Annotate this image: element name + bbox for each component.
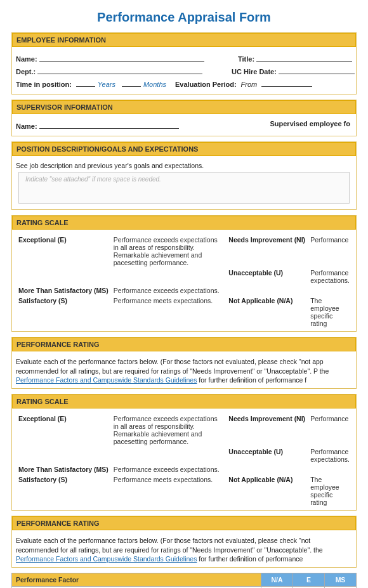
- rating-term-mts-1: More Than Satisfactory (MS): [16, 285, 111, 296]
- rating-desc-satisfactory-2: Performance meets expectations.: [111, 474, 227, 507]
- rating-row2-4: Satisfactory (S) Performance meets expec…: [16, 474, 352, 507]
- rating-term-satisfactory-2: Satisfactory (S): [16, 474, 111, 507]
- eval-period: Evaluation Period: From: [175, 78, 312, 88]
- time-label: Time in position:: [16, 81, 72, 88]
- rating-term-needs-2: Needs Improvement (NI): [226, 414, 308, 447]
- name-label: Name:: [16, 55, 37, 63]
- supervisor-name-label: Name:: [16, 122, 37, 130]
- position-desc-text: See job description and previous year's …: [16, 162, 352, 169]
- dept-hire-row: Dept.: UC Hire Date:: [16, 65, 352, 75]
- goals-placeholder: Indicate "see attached" if more space is…: [22, 173, 165, 185]
- rating-term-na-2: Not Applicable (N/A): [226, 474, 308, 507]
- perf-text-after-1: for further definition of performance f: [197, 376, 306, 384]
- page-title: Performance Appraisal Form: [11, 10, 357, 25]
- dept-col: Dept.:: [16, 65, 225, 75]
- col-factor-header: Performance Factor: [12, 573, 261, 587]
- years-label: Years: [98, 81, 115, 88]
- rating-term-needs-1: Needs Improvement (NI): [226, 235, 308, 268]
- title-label: Title:: [238, 55, 254, 63]
- rating-row-1: Exceptional (E) Performance exceeds expe…: [16, 235, 352, 268]
- rating-desc-mts-2: Performance exceeds expectations.: [111, 464, 227, 474]
- perf-text-before-1: Evaluate each of the performance factors…: [16, 358, 329, 375]
- rating-desc-na-2: The employee specific rating: [308, 474, 352, 507]
- rating-term-exceptional-2: Exceptional (E): [16, 414, 111, 447]
- rating-row2-3: More Than Satisfactory (MS) Performance …: [16, 464, 352, 474]
- from-label: From: [241, 81, 258, 88]
- supervisor-name-row: Name: Supervised employee fo: [16, 120, 352, 130]
- months-label: Months: [143, 81, 166, 88]
- rating-term-na-1: Not Applicable (N/A): [226, 296, 308, 329]
- uc-hire-field[interactable]: [279, 65, 355, 74]
- col-e-header: E: [293, 573, 325, 587]
- rating-scale-2-section: RATING SCALE Exceptional (E) Performance…: [11, 394, 357, 511]
- rating-term-satisfactory-1: Satisfactory (S): [16, 296, 111, 329]
- position-desc-section: POSITION DESCRIPTION/GOALS AND EXPECTATI…: [11, 141, 357, 210]
- name-col: Name:: [16, 53, 232, 63]
- uc-hire-label: UC Hire Date:: [232, 68, 277, 75]
- col-na-header: N/A: [261, 573, 293, 587]
- rating-term-unacceptable-2: Unacceptable (U): [226, 447, 308, 464]
- rating-scale-2-table: Exceptional (E) Performance exceeds expe…: [16, 414, 352, 507]
- position-desc-header: POSITION DESCRIPTION/GOALS AND EXPECTATI…: [12, 142, 356, 156]
- rating-desc-needs-1: Performance: [308, 235, 352, 268]
- time-position-row: Time in position: Years Months Evaluatio…: [16, 78, 352, 88]
- employee-info-section: EMPLOYEE INFORMATION Name: Title: Dept.:…: [11, 32, 357, 95]
- title-field[interactable]: [256, 53, 352, 62]
- rating-desc-mts-1: Performance exceeds expectations.: [111, 285, 227, 296]
- table-header-row: Performance Factor N/A E MS: [12, 573, 357, 587]
- performance-rating-1-section: PERFORMANCE RATING Evaluate each of the …: [11, 337, 357, 389]
- rating-term-unacceptable-1: Unacceptable (U): [226, 268, 308, 285]
- title-col: Title:: [238, 53, 352, 63]
- rating-row2-2: Unacceptable (U) Performance expectation…: [16, 447, 352, 464]
- rating-term-exceptional-1: Exceptional (E): [16, 235, 111, 268]
- rating-row-3: More Than Satisfactory (MS) Performance …: [16, 285, 352, 296]
- rating-row2-1: Exceptional (E) Performance exceeds expe…: [16, 414, 352, 447]
- name-title-row: Name: Title:: [16, 53, 352, 63]
- performance-rating-2-section: PERFORMANCE RATING Evaluate each of the …: [11, 516, 357, 568]
- rating-scale-2-header: RATING SCALE: [12, 395, 356, 408]
- supervised-col: Supervised employee fo: [225, 120, 352, 130]
- performance-rating-2-text: Evaluate each of the performance factors…: [12, 533, 356, 567]
- rating-desc-exceptional-2: Performance exceeds expectations in all …: [111, 414, 227, 447]
- performance-rating-1-header: PERFORMANCE RATING: [12, 337, 356, 351]
- perf-link-1[interactable]: Performance Factors and Campuswide Stand…: [16, 376, 197, 384]
- rating-desc-satisfactory-1: Performance meets expectations.: [111, 296, 227, 329]
- performance-rating-2-header: PERFORMANCE RATING: [12, 516, 356, 530]
- years-blank[interactable]: [76, 78, 95, 87]
- supervisor-info-section: SUPERVISOR INFORMATION Name: Supervised …: [11, 100, 357, 136]
- col-ms-header: MS: [325, 573, 357, 587]
- perf-link-2[interactable]: Performance Factors and Campuswide Stand…: [16, 555, 197, 563]
- rating-row-4: Satisfactory (S) Performance meets expec…: [16, 296, 352, 329]
- rating-term-mts-2: More Than Satisfactory (MS): [16, 464, 111, 474]
- perf-text-before-2: Evaluate each of the performance factors…: [16, 537, 323, 554]
- rating-desc-needs-2: Performance: [308, 414, 352, 447]
- perf-text-after-2: for further definition of performance: [197, 555, 303, 563]
- rating-scale-1-section: RATING SCALE Exceptional (E) Performance…: [11, 215, 357, 332]
- rating-desc-unacceptable-1: Performance expectations.: [308, 268, 352, 285]
- supervisor-info-header: SUPERVISOR INFORMATION: [12, 100, 356, 114]
- rating-row-2: Unacceptable (U) Performance expectation…: [16, 268, 352, 285]
- dept-field[interactable]: [37, 65, 202, 74]
- uc-hire-col: UC Hire Date:: [232, 65, 352, 75]
- name-field[interactable]: [39, 53, 204, 62]
- goals-box[interactable]: Indicate "see attached" if more space is…: [18, 172, 350, 204]
- eval-label: Evaluation Period:: [175, 81, 237, 88]
- rating-scale-1-header: RATING SCALE: [12, 216, 356, 230]
- performance-factor-table: Performance Factor N/A E MS Position Exp…: [11, 573, 357, 588]
- months-blank[interactable]: [122, 78, 141, 87]
- supervisor-name-col: Name:: [16, 120, 219, 130]
- rating-desc-na-1: The employee specific rating: [308, 296, 352, 329]
- employee-info-header: EMPLOYEE INFORMATION: [12, 33, 356, 47]
- rating-scale-1-table: Exceptional (E) Performance exceeds expe…: [16, 235, 352, 329]
- performance-rating-1-text: Evaluate each of the performance factors…: [12, 354, 356, 388]
- supervisor-name-field[interactable]: [39, 120, 179, 129]
- rating-desc-unacceptable-2: Performance expectations.: [308, 447, 352, 464]
- eval-from-field[interactable]: [261, 78, 312, 87]
- supervised-label: Supervised employee fo: [270, 120, 350, 127]
- rating-desc-exceptional-1: Performance exceeds expectations in all …: [111, 235, 227, 268]
- dept-label: Dept.:: [16, 68, 36, 75]
